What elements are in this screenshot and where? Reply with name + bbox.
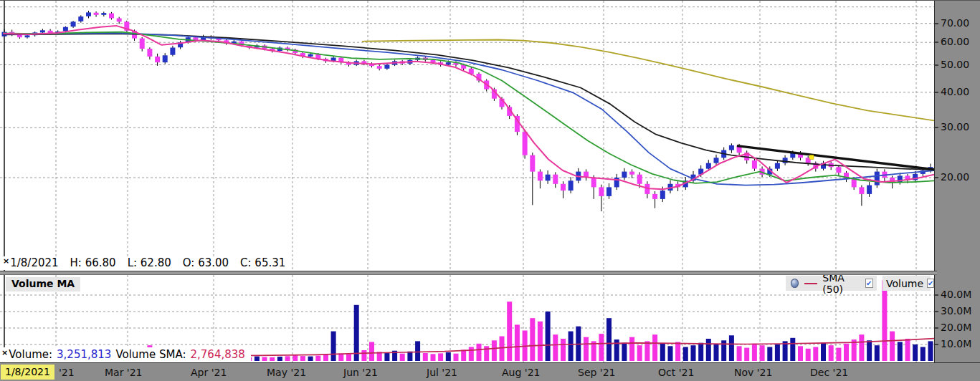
volume-bar: [323, 355, 328, 361]
sma-legend-label[interactable]: SMA (50): [822, 275, 861, 295]
volume-bar: [354, 305, 359, 361]
candle-body: [606, 187, 612, 196]
volume-bar: [668, 346, 673, 361]
month-label: '21: [59, 367, 75, 378]
volume-bar: [454, 354, 459, 361]
month-label: Oct '21: [658, 367, 694, 378]
volume-bar: [867, 340, 872, 361]
candle-body: [836, 167, 841, 173]
pane-separator[interactable]: [0, 271, 937, 275]
candle-body: [101, 13, 106, 15]
candle: [71, 21, 76, 28]
candle: [86, 11, 91, 19]
volume-bar: [652, 334, 657, 361]
volume-bar: [415, 341, 420, 361]
candle-body: [859, 187, 864, 194]
volume-bar: [546, 312, 551, 361]
ohlc-readout: ×1/8/2021 H: 66.80 L: 62.80 O: 63.00 C: …: [1, 256, 290, 270]
candle-body: [109, 14, 114, 19]
volume-bar: [760, 345, 765, 361]
volume-bar: [308, 357, 313, 361]
candle: [606, 183, 612, 199]
readout-date: 1/8/2021: [10, 256, 58, 269]
price-chart-canvas[interactable]: [0, 1, 934, 271]
olive-ma-line: [362, 40, 934, 121]
sma-line-swatch-icon: [804, 283, 817, 284]
axis-tick: [935, 344, 938, 345]
volume-bar: [622, 343, 627, 361]
volume-bar: [920, 347, 926, 362]
price-tick-label: 70.00: [941, 17, 969, 29]
volume-bar: [461, 349, 466, 361]
price-pane: ×1/8/2021 H: 66.80 L: 62.80 O: 63.00 C: …: [0, 1, 934, 271]
candle: [614, 174, 619, 190]
volume-bar: [675, 342, 680, 362]
remove-volume-icon[interactable]: ×: [1, 348, 8, 357]
candle-body: [446, 62, 451, 64]
axis-tick: [935, 127, 938, 128]
candle-body: [546, 175, 551, 181]
remove-crosshair-icon[interactable]: ×: [3, 256, 9, 266]
volume-bar: [859, 334, 864, 361]
candle-body: [63, 27, 68, 32]
volume-pane: Volume MA SMA (50) ✔ Volume ✔ ×Volume: 3…: [0, 275, 934, 362]
candle: [882, 169, 887, 183]
volume-bar: [361, 350, 366, 361]
price-tick-label: 50.00: [941, 59, 969, 70]
candle: [147, 47, 152, 59]
volume-tick-label: 10.0M: [941, 338, 971, 349]
candle: [622, 168, 627, 180]
volume-visibility-checkbox[interactable]: ✔: [927, 279, 934, 288]
candle-body: [25, 35, 30, 37]
black-ma-line: [3, 34, 934, 170]
volume-bar: [836, 348, 841, 361]
volume-bar: [561, 339, 566, 361]
indicator-globe-icon[interactable]: [791, 279, 799, 288]
candle-body: [591, 178, 596, 187]
volume-bar: [369, 342, 374, 362]
axis-tick: [935, 42, 938, 43]
candle: [875, 169, 880, 188]
candle-body: [660, 190, 665, 199]
volume-bar: [438, 353, 443, 361]
candle: [629, 169, 634, 178]
volume-bar: [346, 354, 351, 361]
axis-tick: [935, 311, 938, 312]
volume-bar: [890, 332, 895, 361]
volume-readout: ×Volume: 3,251,813 Volume SMA: 2,764,838: [0, 347, 251, 362]
volume-bar: [744, 348, 749, 361]
volume-bar: [331, 332, 336, 361]
candle-body: [308, 54, 313, 57]
volume-bar: [569, 332, 574, 361]
candle-body: [384, 65, 389, 69]
sma-visibility-checkbox[interactable]: ✔: [865, 279, 873, 288]
time-axis[interactable]: 1/8/2021 '21Mar '21Apr '21May '21Jun '21…: [0, 362, 980, 381]
month-label: Mar '21: [105, 367, 143, 378]
charting-app-window: ×1/8/2021 H: 66.80 L: 62.80 O: 63.00 C: …: [0, 0, 980, 381]
volume-legend-label[interactable]: Volume: [886, 278, 923, 289]
volume-bar: [829, 345, 834, 361]
candle-body: [40, 30, 45, 32]
selected-date-highlight: 1/8/2021: [1, 365, 54, 380]
volume-bar: [928, 341, 933, 361]
volume-bar: [300, 356, 305, 361]
trendline-anchor-marker[interactable]: [809, 155, 814, 160]
candle: [155, 54, 160, 66]
axis-tick: [935, 23, 938, 24]
candle: [377, 65, 382, 71]
volume-bar: [277, 357, 282, 361]
candle-body: [530, 155, 535, 172]
volume-bar: [507, 302, 512, 361]
candle: [775, 160, 780, 171]
candle: [140, 37, 145, 52]
candle-body: [775, 163, 780, 169]
volume-bar: [752, 344, 757, 361]
volume-bar: [767, 347, 772, 362]
price-axis[interactable]: 70.0060.0050.0040.0030.0020.0040.0M30.0M…: [934, 1, 980, 362]
axis-tick: [935, 64, 938, 66]
month-label: Dec '21: [810, 367, 848, 378]
volume-bar: [584, 337, 589, 361]
candle: [591, 175, 596, 199]
candle-body: [652, 194, 657, 199]
volume-bar: [254, 357, 260, 361]
